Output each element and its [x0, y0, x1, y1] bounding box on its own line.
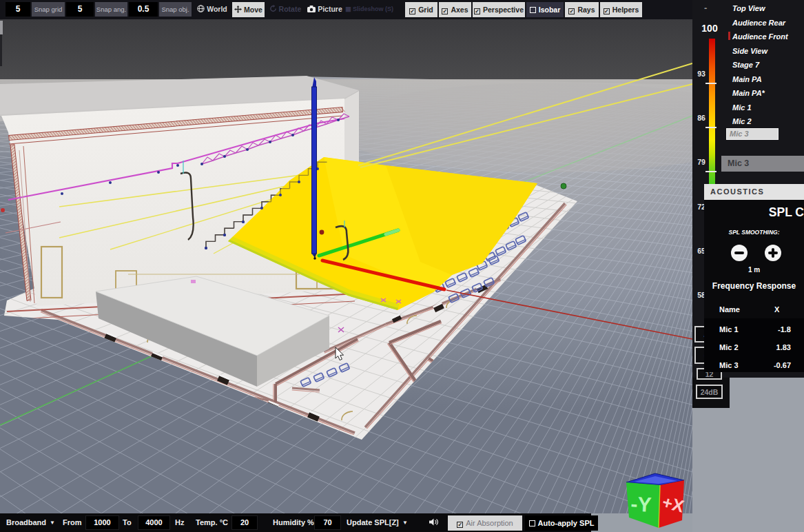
svg-text:-Y: -Y [630, 492, 652, 516]
